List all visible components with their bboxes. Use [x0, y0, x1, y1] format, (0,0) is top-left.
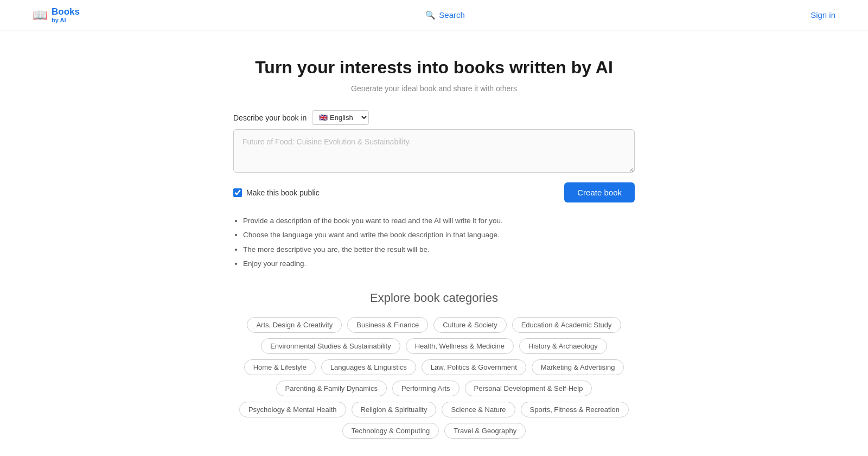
hints-list: Provide a description of the book you wa…	[233, 216, 635, 269]
category-tag[interactable]: Psychology & Mental Health	[239, 402, 346, 417]
category-tag[interactable]: Science & Nature	[442, 402, 515, 417]
describe-label: Describe your book in 🇬🇧 English 🇪🇸 Span…	[233, 110, 635, 125]
categories-title: Explore book categories	[233, 291, 635, 305]
search-label: Search	[439, 10, 465, 20]
category-tag[interactable]: Education & Academic Study	[512, 317, 621, 333]
category-tag[interactable]: Law, Politics & Government	[422, 359, 526, 375]
category-tag[interactable]: Home & Lifestyle	[244, 359, 316, 375]
category-tag[interactable]: Culture & Society	[433, 317, 506, 333]
public-checkbox[interactable]	[233, 188, 242, 197]
search-button[interactable]: 🔍 Search	[425, 10, 465, 20]
category-tag[interactable]: History & Archaeology	[519, 338, 607, 354]
signin-link[interactable]: Sign in	[810, 10, 835, 20]
categories-tags: Arts, Design & CreativityBusiness & Fina…	[233, 317, 635, 439]
public-checkbox-text: Make this book public	[246, 188, 320, 197]
search-icon: 🔍	[425, 10, 436, 20]
category-tag[interactable]: Parenting & Family Dynamics	[276, 381, 387, 396]
create-book-button[interactable]: Create book	[564, 182, 635, 202]
categories-section: Explore book categories Arts, Design & C…	[233, 291, 635, 439]
category-tag[interactable]: Religion & Spirituality	[352, 402, 437, 417]
category-tag[interactable]: Technology & Computing	[342, 423, 439, 439]
category-tag[interactable]: Languages & Linguistics	[321, 359, 416, 375]
hero-title: Turn your interests into books written b…	[233, 58, 635, 78]
book-description-textarea[interactable]	[233, 129, 635, 173]
category-tag[interactable]: Performing Arts	[392, 381, 459, 396]
category-tag[interactable]: Arts, Design & Creativity	[247, 317, 342, 333]
category-tag[interactable]: Health, Wellness & Medicine	[406, 338, 514, 354]
category-tag[interactable]: Marketing & Advertising	[532, 359, 624, 375]
logo-name: Books	[52, 7, 80, 17]
category-tag[interactable]: Personal Development & Self-Help	[465, 381, 592, 396]
hint-item: Choose the language you want and write t…	[243, 230, 635, 240]
hint-item: The more descriptive you are, the better…	[243, 244, 635, 255]
logo[interactable]: 📖 Books by AI	[33, 7, 80, 23]
category-tag[interactable]: Environmental Studies & Sustainability	[261, 338, 400, 354]
hint-item: Provide a description of the book you wa…	[243, 216, 635, 226]
public-checkbox-label[interactable]: Make this book public	[233, 188, 320, 197]
hero-subtitle: Generate your ideal book and share it wi…	[233, 84, 635, 93]
hint-item: Enjoy your reading.	[243, 258, 635, 269]
category-tag[interactable]: Sports, Fitness & Recreation	[521, 402, 629, 417]
category-tag[interactable]: Travel & Geography	[444, 423, 526, 439]
category-tag[interactable]: Business & Finance	[347, 317, 428, 333]
logo-book-icon: 📖	[33, 8, 47, 22]
language-select[interactable]: 🇬🇧 English 🇪🇸 Spanish 🇫🇷 French 🇩🇪 Germa…	[312, 110, 369, 125]
logo-byline: by AI	[52, 17, 80, 23]
